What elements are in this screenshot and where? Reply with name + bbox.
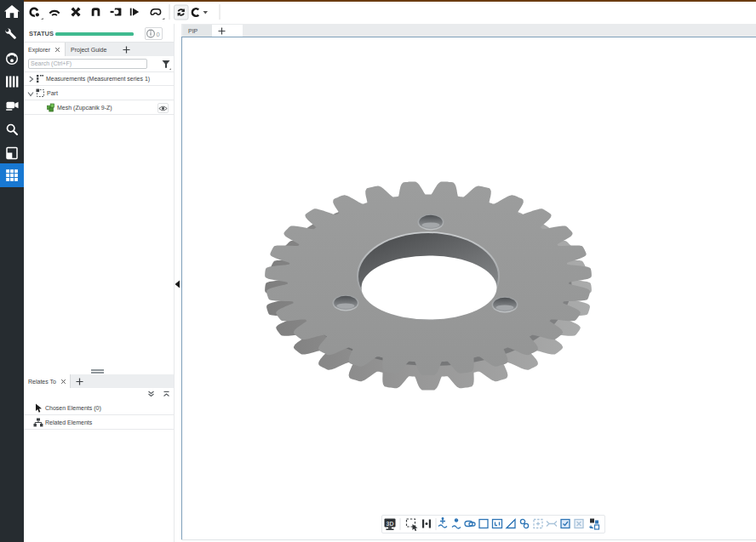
svg-text:0: 0 bbox=[157, 31, 160, 38]
